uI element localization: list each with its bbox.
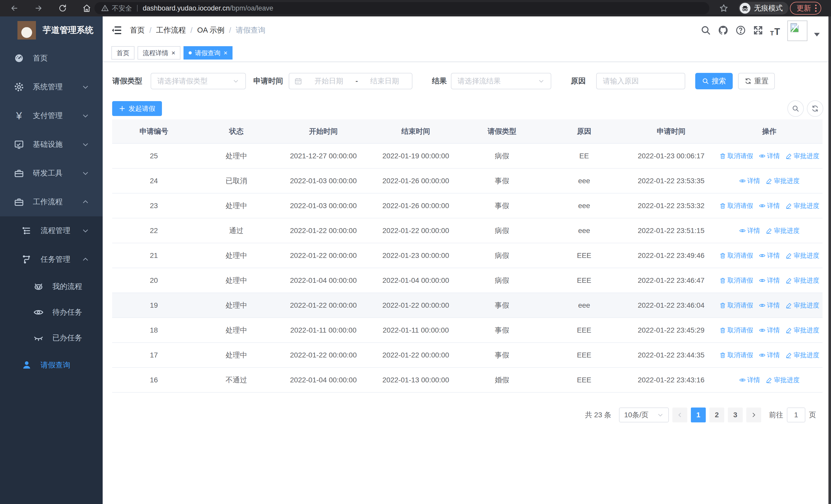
- sidebar-item-my-process[interactable]: 我的流程: [0, 274, 103, 299]
- approval-progress-link[interactable]: 审批进度: [785, 251, 820, 260]
- sidebar-item-dev-tools[interactable]: 研发工具: [0, 159, 103, 187]
- avatar-caret-icon[interactable]: [814, 33, 820, 36]
- page-size-select[interactable]: 10条/页: [619, 408, 669, 422]
- sidebar-item-done-tasks[interactable]: 已办任务: [0, 325, 103, 351]
- detail-link[interactable]: 详情: [759, 251, 780, 260]
- goto-page-input[interactable]: [787, 408, 805, 422]
- bookmark-star-icon[interactable]: [719, 4, 728, 13]
- detail-link[interactable]: 详情: [759, 152, 780, 160]
- refresh-table-button[interactable]: [807, 100, 823, 117]
- date-start-placeholder[interactable]: 开始日期: [307, 76, 351, 86]
- apply-time-label: 申请时间: [253, 73, 283, 89]
- approval-progress-link[interactable]: 审批进度: [785, 276, 820, 285]
- browser-home-icon[interactable]: [82, 3, 92, 13]
- browser-back-icon[interactable]: [9, 3, 20, 13]
- close-icon[interactable]: ×: [171, 50, 175, 56]
- cancel-leave-link[interactable]: 取消请假: [719, 301, 753, 309]
- prev-page-button[interactable]: [672, 408, 687, 422]
- eye-icon: [759, 302, 766, 309]
- detail-link[interactable]: 详情: [759, 202, 780, 210]
- cancel-leave-link[interactable]: 取消请假: [719, 351, 753, 359]
- cell-actions: 取消请假 详情 审批进度: [716, 243, 823, 268]
- detail-link[interactable]: 详情: [739, 226, 760, 235]
- fullscreen-icon[interactable]: [752, 24, 764, 36]
- approval-progress-link[interactable]: 审批进度: [766, 376, 800, 384]
- cancel-leave-link[interactable]: 取消请假: [719, 251, 753, 260]
- cancel-leave-link[interactable]: 取消请假: [719, 152, 753, 160]
- breadcrumb-workflow[interactable]: 工作流程: [156, 25, 186, 35]
- approval-progress-link[interactable]: 审批进度: [785, 326, 820, 334]
- search-button[interactable]: 搜索: [695, 73, 733, 89]
- browser-menu-icon[interactable]: [815, 5, 816, 12]
- detail-link[interactable]: 详情: [739, 177, 760, 185]
- cancel-leave-link[interactable]: 取消请假: [719, 276, 753, 285]
- cell-status: 已取消: [196, 169, 277, 193]
- cancel-leave-link[interactable]: 取消请假: [719, 326, 753, 334]
- gear-icon: [13, 81, 25, 93]
- next-page-button[interactable]: [746, 408, 761, 422]
- approval-progress-link[interactable]: 审批进度: [766, 226, 800, 235]
- create-leave-button[interactable]: 发起请假: [112, 101, 162, 116]
- detail-link[interactable]: 详情: [759, 276, 780, 285]
- detail-link[interactable]: 详情: [759, 351, 780, 359]
- detail-link[interactable]: 详情: [739, 376, 760, 384]
- font-size-icon[interactable]: TT: [769, 24, 781, 36]
- cancel-leave-link[interactable]: 取消请假: [719, 202, 753, 210]
- breadcrumb-home[interactable]: 首页: [130, 25, 145, 35]
- close-icon[interactable]: ×: [224, 50, 227, 56]
- reset-button[interactable]: 重置: [738, 73, 775, 89]
- leave-type-select[interactable]: 请选择请假类型: [151, 73, 246, 89]
- browser-reload-icon[interactable]: [57, 3, 68, 13]
- sidebar-item-todo-tasks[interactable]: 待办任务: [0, 299, 103, 325]
- toggle-search-button[interactable]: [787, 100, 804, 117]
- browser-forward-icon[interactable]: [33, 3, 44, 13]
- browser-update-button[interactable]: 更新: [790, 2, 821, 14]
- approval-progress-link[interactable]: 审批进度: [785, 202, 820, 210]
- sidebar-item-process-mgmt[interactable]: 流程管理: [0, 216, 103, 245]
- sidebar-item-payment[interactable]: ¥ 支付管理: [0, 101, 103, 130]
- sidebar-item-infrastructure[interactable]: 基础设施: [0, 130, 103, 159]
- approval-progress-link[interactable]: 审批进度: [785, 301, 820, 309]
- github-icon[interactable]: [717, 24, 729, 36]
- sidebar-item-leave-query[interactable]: 请假查询: [0, 351, 103, 380]
- calendar-icon: [294, 77, 302, 85]
- sidebar-item-workflow[interactable]: 工作流程: [0, 187, 103, 216]
- breadcrumb-oa-example[interactable]: OA 示例: [197, 25, 224, 35]
- update-label[interactable]: 更新: [797, 3, 811, 13]
- security-label[interactable]: 不安全: [112, 4, 132, 13]
- detail-link[interactable]: 详情: [759, 326, 780, 334]
- breadcrumb: 首页 / 工作流程 / OA 示例 / 请假查询: [130, 17, 266, 44]
- page-button-3[interactable]: 3: [728, 408, 743, 422]
- chevron-down-icon: [82, 112, 89, 120]
- trash-icon: [719, 302, 726, 309]
- tab-leave-query[interactable]: 请假查询 ×: [183, 46, 232, 60]
- table-row: 24 已取消 2022-01-03 00:00:00 2022-01-26 00…: [112, 169, 823, 194]
- collapse-sidebar-icon[interactable]: [111, 25, 122, 36]
- result-select[interactable]: 请选择流结果: [451, 73, 551, 89]
- tab-process-detail[interactable]: 流程详情 ×: [138, 46, 180, 60]
- detail-link[interactable]: 详情: [759, 301, 780, 309]
- page-scrollbar[interactable]: [828, 17, 831, 504]
- url-path[interactable]: /bpm/oa/leave: [230, 4, 273, 12]
- app-logo-row[interactable]: 芋道管理系统: [0, 17, 103, 44]
- help-icon[interactable]: [735, 24, 747, 36]
- sidebar-item-home[interactable]: 首页: [0, 44, 103, 72]
- url-host[interactable]: dashboard.yudao.iocoder.cn: [143, 4, 230, 12]
- date-end-placeholder[interactable]: 结束日期: [363, 76, 407, 86]
- reason-input[interactable]: [597, 73, 685, 89]
- search-icon[interactable]: [699, 24, 712, 36]
- cell-leave-type: 事假: [462, 169, 542, 193]
- page-button-2[interactable]: 2: [709, 408, 724, 422]
- pen-icon: [785, 302, 792, 309]
- avatar[interactable]: [787, 21, 807, 41]
- approval-progress-link[interactable]: 审批进度: [766, 177, 800, 185]
- sidebar-item-system[interactable]: 系统管理: [0, 72, 103, 101]
- sidebar-item-task-mgmt[interactable]: 任务管理: [0, 245, 103, 274]
- url-bar[interactable]: 不安全 dashboard.yudao.iocoder.cn/bpm/oa/le…: [94, 2, 709, 14]
- apply-time-range-picker[interactable]: 开始日期 - 结束日期: [289, 73, 412, 89]
- page-button-1[interactable]: 1: [691, 408, 706, 422]
- eye-closed-icon: [33, 332, 44, 344]
- approval-progress-link[interactable]: 审批进度: [785, 351, 820, 359]
- tab-home[interactable]: 首页: [111, 46, 135, 60]
- approval-progress-link[interactable]: 审批进度: [785, 152, 820, 160]
